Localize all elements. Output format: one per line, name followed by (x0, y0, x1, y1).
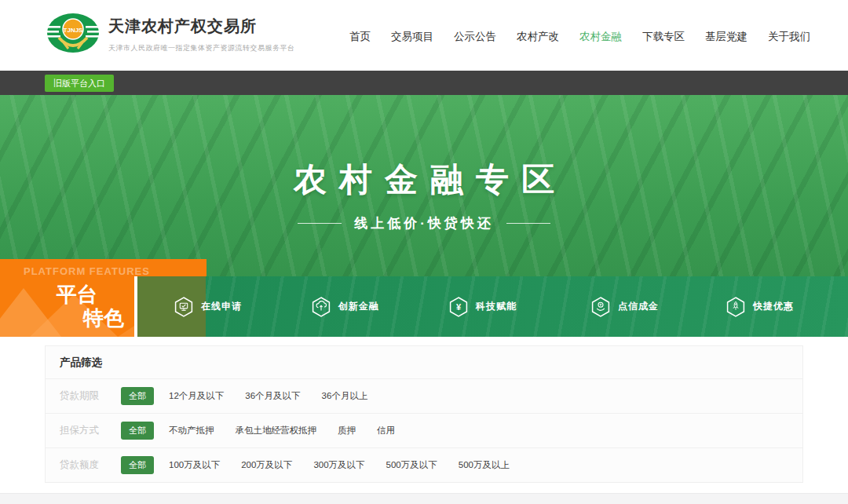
all-filter-button[interactable]: 全部 (121, 456, 154, 474)
filter-option[interactable]: 500万及以下 (386, 459, 437, 471)
nav-item-home[interactable]: 首页 (349, 30, 371, 44)
filter-label: 贷款额度 (60, 458, 107, 472)
nav-item-notices[interactable]: 公示公告 (454, 30, 496, 44)
left-rule (298, 223, 342, 224)
hero-subtitle-row: 线上低价·快贷快还 (0, 214, 848, 232)
platform-features-en-label: PLATFORM FEATURES (24, 265, 150, 277)
nav-item-rural-finance[interactable]: 农村金融 (579, 30, 622, 44)
site-subtitle: 天津市人民政府唯一指定集体资产资源流转交易服务平台 (108, 43, 295, 53)
filter-option[interactable]: 承包土地经营权抵押 (236, 425, 317, 436)
platform-features-zh-label-2: 特色 (83, 305, 124, 332)
feature-item-quick-discount[interactable]: 快捷优惠 (726, 276, 794, 337)
filter-option[interactable]: 质押 (338, 425, 356, 436)
filter-option[interactable]: 不动产抵押 (169, 425, 214, 436)
filter-row-loan-term: 贷款期限 全部 12个月及以下 36个月及以下 36个月以上 (46, 378, 802, 413)
filter-row-loan-amount: 贷款额度 全部 100万及以下 200万及以下 300万及以下 500万及以下 … (46, 447, 802, 482)
right-rule (506, 223, 550, 224)
filter-option[interactable]: 500万及以上 (459, 459, 510, 471)
hero-subtitle: 线上低价·快贷快还 (354, 214, 494, 232)
nav-item-party-building[interactable]: 基层党建 (705, 30, 747, 44)
old-platform-button[interactable]: 旧版平台入口 (45, 75, 114, 92)
feature-item-credit-to-gold[interactable]: 点信成金 (591, 276, 659, 337)
svg-text:TJNJS: TJNJS (64, 27, 84, 34)
coin-hand-icon (591, 297, 610, 317)
filter-label: 担保方式 (60, 424, 107, 437)
all-filter-button[interactable]: 全部 (121, 387, 154, 405)
filter-option[interactable]: 36个月以上 (322, 390, 368, 402)
logo-emblem-icon: TJNJS (45, 9, 101, 61)
hero-banner: 农村金融专区 线上低价·快贷快还 PLATFORM FEATURES 平台 特色… (0, 95, 848, 337)
filter-option[interactable]: 12个月及以下 (169, 390, 224, 402)
filter-row-guarantee-type: 担保方式 全部 不动产抵押 承包土地经营权抵押 质押 信用 (46, 413, 802, 447)
cloud-finance-icon (312, 297, 331, 317)
footer-strip (0, 493, 848, 504)
filter-options: 不动产抵押 承包土地经营权抵押 质押 信用 (169, 425, 395, 436)
filter-panel-title: 产品筛选 (46, 346, 802, 378)
filter-option[interactable]: 100万及以下 (169, 459, 220, 471)
site-logo[interactable]: TJNJS (45, 9, 101, 61)
svg-text:¥: ¥ (456, 302, 462, 312)
feature-item-online-apply[interactable]: 在线申请 (174, 276, 242, 337)
filter-option[interactable]: 200万及以下 (241, 459, 292, 471)
hero-title: 农村金融专区 (0, 158, 848, 202)
feature-item-innovative-finance[interactable]: 创新金融 (312, 276, 379, 337)
nav-item-downloads[interactable]: 下载专区 (642, 30, 685, 44)
site-header: TJNJS 天津农村产权交易所 天津市人民政府唯一指定集体资产资源流转交易服务平… (0, 0, 848, 71)
brand-block: 天津农村产权交易所 天津市人民政府唯一指定集体资产资源流转交易服务平台 (108, 16, 295, 53)
filter-options: 100万及以下 200万及以下 300万及以下 500万及以下 500万及以上 (169, 459, 510, 471)
filter-option[interactable]: 300万及以下 (313, 459, 364, 471)
all-filter-button[interactable]: 全部 (121, 422, 154, 440)
nav-item-about[interactable]: 关于我们 (768, 30, 810, 44)
main-nav: 首页 交易项目 公示公告 农村产改 农村金融 下载专区 基层党建 关于我们 (349, 30, 810, 44)
rocket-icon (726, 297, 745, 317)
filter-options: 12个月及以下 36个月及以下 36个月以上 (169, 390, 367, 402)
nav-item-projects[interactable]: 交易项目 (391, 30, 433, 44)
filter-label: 贷款期限 (60, 389, 107, 403)
site-title: 天津农村产权交易所 (108, 16, 295, 37)
yuan-sign-icon: ¥ (449, 297, 468, 317)
nav-item-rural-reform[interactable]: 农村产改 (517, 30, 559, 44)
product-filter-panel: 产品筛选 贷款期限 全部 12个月及以下 36个月及以下 36个月以上 担保方式… (45, 345, 803, 483)
filter-option[interactable]: 信用 (377, 425, 395, 436)
feature-bar: 在线申请 创新金融 ¥ 科技赋能 (134, 276, 848, 337)
feature-item-tech-empowerment[interactable]: ¥ 科技赋能 (449, 276, 517, 337)
monitor-check-icon (174, 297, 193, 317)
filter-option[interactable]: 36个月及以下 (245, 390, 300, 402)
sub-header-bar: 旧版平台入口 (0, 71, 848, 95)
